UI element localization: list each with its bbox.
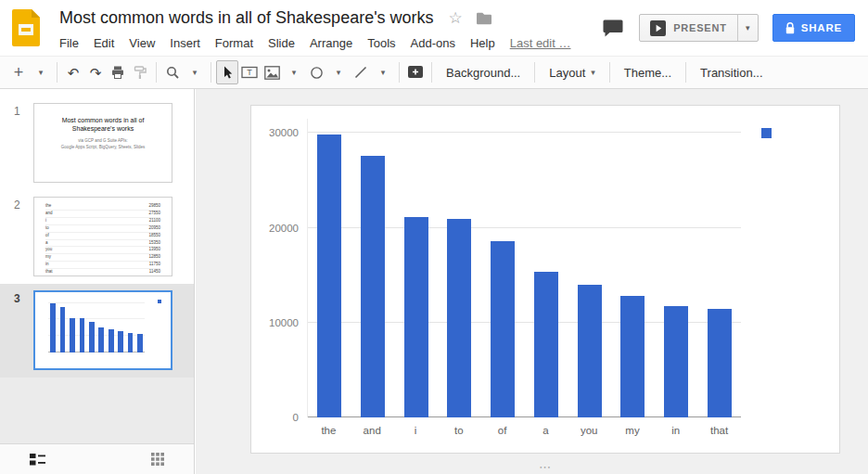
google-slides-app: Most common words in all of Shakespeare'… (0, 0, 868, 474)
text-box-icon: T (241, 65, 258, 80)
header-actions: PRESENT ▾ SHARE (601, 0, 868, 56)
toolbar-divider (211, 62, 211, 83)
bar-a (534, 272, 558, 417)
bar-of (491, 241, 515, 417)
zoom-icon (165, 65, 180, 80)
move-folder-icon[interactable] (476, 12, 492, 25)
filmstrip-view-button[interactable] (26, 450, 49, 469)
print-button[interactable] (107, 60, 129, 84)
paint-format-button[interactable] (129, 60, 151, 84)
menu-arrange[interactable]: Arrange (302, 33, 360, 53)
slide-number: 2 (0, 197, 33, 211)
last-edit-link[interactable]: Last edit … (510, 36, 571, 50)
zoom-dropdown[interactable]: ▾ (184, 60, 206, 84)
bar-column-of (87, 301, 96, 352)
filmstrip-panel: 1 Most common words in all of Shakespear… (0, 89, 195, 474)
bar-column-of (481, 119, 525, 417)
slides-logo[interactable] (0, 0, 52, 56)
slide-row-1[interactable]: 1 Most common words in all of Shakespear… (0, 96, 194, 190)
star-icon[interactable]: ☆ (449, 10, 463, 26)
chart-plot-area: 0100002000030000 (307, 119, 741, 417)
comments-button[interactable] (601, 18, 625, 39)
chevron-down-icon: ▾ (746, 24, 750, 32)
chevron-down-icon: ▾ (292, 69, 297, 77)
plus-icon: + (14, 64, 24, 81)
mini-table-row: in11750 (45, 262, 160, 269)
slide-thumbnail-1[interactable]: Most common words in all of Shakespeare'… (33, 103, 172, 183)
mini-table-row: to20950 (45, 225, 160, 233)
menu-help[interactable]: Help (463, 33, 503, 53)
bar-column-you (106, 301, 115, 352)
menu-tools[interactable]: Tools (360, 33, 402, 53)
redo-icon: ↷ (90, 66, 102, 80)
present-button[interactable]: PRESENT (640, 15, 737, 41)
shape-dropdown[interactable]: ▾ (327, 60, 350, 84)
comment-bubble-icon (603, 19, 623, 37)
bar-column-to (438, 119, 481, 417)
mini-chart-plot (48, 301, 145, 352)
bar-my (118, 331, 123, 352)
bar-to (80, 318, 85, 352)
bar-that (708, 309, 732, 417)
x-axis-label-you: you (568, 425, 611, 436)
bar-i (404, 217, 428, 417)
bar-chart[interactable]: 0100002000030000 theanditoofayoumyinthat (251, 106, 839, 453)
line-tool-button[interactable] (350, 60, 372, 84)
bar-column-a (525, 119, 568, 417)
text-box-button[interactable]: T (238, 60, 261, 84)
redo-button[interactable]: ↷ (84, 60, 107, 84)
background-button[interactable]: Background... (437, 60, 530, 84)
slides-logo-icon (12, 9, 40, 46)
chart-x-axis: theanditoofayoumyinthat (307, 425, 741, 436)
image-dropdown[interactable]: ▾ (283, 60, 305, 84)
mini-table-row: the29850 (45, 203, 160, 211)
transition-button[interactable]: Transition... (691, 60, 772, 84)
grid-view-button[interactable] (147, 449, 168, 469)
bar-that (137, 334, 143, 352)
y-tick-label: 30000 (269, 127, 299, 138)
transition-label: Transition... (700, 66, 762, 80)
insert-image-button[interactable] (261, 60, 283, 84)
undo-icon: ↶ (68, 66, 80, 80)
image-icon (264, 66, 280, 80)
menu-addons[interactable]: Add-ons (403, 33, 463, 53)
slide-thumbnail-2[interactable]: the29850and27550i21100to20950of18550a153… (33, 197, 172, 276)
shape-tool-button[interactable] (305, 60, 327, 84)
menu-bar: File Edit View Insert Format Slide Arran… (52, 31, 601, 55)
bar-column-in (125, 301, 134, 352)
undo-button[interactable]: ↶ (62, 60, 84, 84)
notes-resize-handle[interactable]: ⋯ (539, 461, 552, 474)
slide-row-3[interactable]: 3 (0, 284, 194, 378)
insert-comment-button[interactable] (404, 60, 427, 84)
menu-view[interactable]: View (121, 33, 162, 53)
menu-format[interactable]: Format (208, 33, 261, 53)
present-button-group: PRESENT ▾ (639, 14, 759, 42)
slide-thumbnail-3-selected[interactable] (33, 290, 172, 370)
theme-button[interactable]: Theme... (615, 60, 681, 84)
menu-insert[interactable]: Insert (162, 33, 208, 53)
select-tool-button[interactable] (216, 60, 238, 84)
toolbar-divider (609, 62, 610, 83)
new-slide-dropdown[interactable]: ▾ (30, 60, 52, 84)
present-dropdown-button[interactable]: ▾ (737, 15, 758, 41)
y-tick-label: 0 (293, 412, 299, 423)
zoom-button[interactable] (161, 60, 184, 84)
y-tick-label: 20000 (269, 223, 299, 234)
app-header: Most common words in all of Shakespeare'… (0, 0, 868, 56)
mini-table-row: you13950 (45, 247, 160, 254)
print-icon (110, 65, 125, 80)
new-slide-button[interactable]: + (7, 60, 30, 84)
current-slide[interactable]: 0100002000030000 theanditoofayoumyinthat (250, 105, 840, 454)
share-button[interactable]: SHARE (772, 14, 855, 42)
document-title[interactable]: Most common words in all of Shakespeare'… (59, 8, 434, 28)
bar-i (70, 318, 75, 353)
title-row: Most common words in all of Shakespeare'… (52, 6, 601, 31)
menu-edit[interactable]: Edit (86, 33, 121, 53)
line-dropdown[interactable]: ▾ (372, 60, 394, 84)
layout-button[interactable]: Layout ▾ (540, 60, 605, 84)
menu-file[interactable]: File (52, 33, 86, 53)
slide-row-2[interactable]: 2 the29850and27550i21100to20950of18550a1… (0, 190, 194, 284)
menu-slide[interactable]: Slide (261, 33, 302, 53)
present-label: PRESENT (673, 22, 727, 33)
toolbar-divider (431, 62, 432, 83)
